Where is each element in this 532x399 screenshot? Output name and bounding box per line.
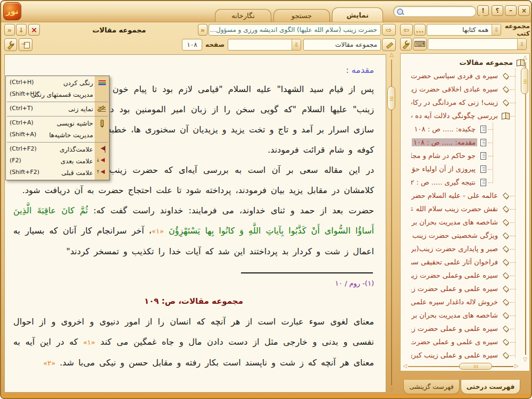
tree-scrollbar[interactable]: △ ▽ — [521, 55, 529, 362]
margin-note-icon — [95, 119, 109, 128]
tab-search[interactable]: جستجو — [273, 9, 330, 22]
tree-item[interactable]: سیره علمی و عملی زینب کبری — [411, 348, 526, 361]
tree-item[interactable]: پیروزی از آن اولیاء حق اس — [411, 162, 526, 176]
no-icon — [95, 130, 109, 140]
help-button[interactable]: ؟ — [492, 5, 503, 16]
annotation-button[interactable] — [382, 38, 396, 51]
back-button[interactable]: ⇦ — [400, 24, 413, 36]
menu-item[interactable]: علامت بعدی(F2) — [6, 155, 109, 167]
goto-page-button[interactable] — [19, 38, 32, 51]
tree-item[interactable]: نقش حضرت زینب سلام الله عل — [411, 202, 526, 215]
page-heading: مجموعه مقالات، ص: ۱۰۹ — [13, 290, 374, 312]
tree-item[interactable]: سیره ی فردی سیاسی حضرت ز — [411, 69, 526, 82]
book-icon — [501, 271, 510, 279]
menu-item[interactable]: مدیریت حاشیه‌ها(Shift+A) — [6, 129, 109, 141]
more-button[interactable]: ... — [414, 24, 426, 36]
sidebar-tools-button[interactable] — [400, 38, 412, 51]
page-number-input[interactable] — [182, 39, 202, 51]
tree-item[interactable]: صبر و پایداری حضرت زینب(بر — [411, 242, 526, 255]
tree-root-item[interactable]: مجموعه مقالات — [411, 56, 526, 69]
tree-item[interactable]: شاخصه های مدیریت بحران بر - — [411, 215, 526, 229]
tab-display[interactable]: نمایش — [332, 7, 383, 22]
tree-item-label: سیره علمی و عملی زینب کبری — [411, 351, 500, 359]
menu-item[interactable]: رنگی کردن(Ctrl+H) — [6, 77, 109, 89]
scroll-up-icon[interactable]: △ — [521, 55, 529, 60]
tools-button[interactable] — [4, 38, 17, 51]
menu-item[interactable]: مدیریت قسمتهای رنگی(Shift+H) — [6, 89, 109, 101]
scroll-down-icon[interactable]: ▽ — [387, 387, 396, 393]
scroll-down-icon[interactable]: ▽ — [521, 357, 529, 362]
tree-item-label: صبر و پایداری حضرت زینب(بر — [411, 245, 500, 253]
tab-gallery[interactable]: نگارخانه — [215, 9, 271, 22]
tree-horizontal-scrollbar[interactable]: ◁ ▷ — [402, 362, 520, 371]
tree-item[interactable]: نتیجه گیری ..... ص : ۱۱۲ — [411, 176, 526, 189]
tree-item[interactable]: سیره علمی و عملی حضرت زین — [411, 282, 526, 295]
scroll-right-icon[interactable]: ▷ — [513, 363, 520, 369]
minimize-button[interactable]: – — [505, 5, 517, 16]
tree-item[interactable]: فراخوان آثار علمی تحقیقی سی — [411, 255, 526, 269]
titlebar: نور نگارخانه جستجو نمایش ! ؟ – × — [1, 1, 531, 22]
menu-item[interactable]: علامت قبلی(Shift+F2) — [6, 167, 109, 179]
footnote: (۱)- روم / ۱۰ — [13, 277, 374, 290]
tree-item[interactable]: جو حاکم در شام و مجلس یز — [411, 149, 526, 162]
scroll-left-icon[interactable]: ◁ — [402, 363, 408, 369]
paragraph-text: حضرت بعد از حمد و ثنای خداوند، می فرماین… — [88, 205, 374, 215]
book-collection-combo[interactable]: ⇩ همه كتابها — [427, 24, 501, 36]
menu-item-shortcut: (Ctrl+H) — [10, 79, 34, 86]
footnote-separator — [241, 272, 373, 273]
scroll-up-icon[interactable]: △ — [387, 52, 396, 57]
book-icon — [501, 311, 510, 319]
tree-item[interactable]: بررسی چگونگی دلالت آیه ده ب — [411, 109, 526, 122]
tree-item[interactable]: شاخصه های مدیریت بحران بر - — [411, 309, 526, 322]
paragraph: معنای لغوی سوء عبارت است از هر آنچه که ا… — [13, 312, 374, 373]
tree-item[interactable]: ویژگی شخصیتی حضرت زینب — [411, 229, 526, 242]
menu-item[interactable]: علامت‌گذاری(Ctrl+F2) — [6, 144, 109, 155]
scrollbar-thumb[interactable] — [521, 68, 528, 94]
virtual-keyboard-button[interactable]: ⌨ — [413, 38, 427, 51]
dropdown-arrow-icon[interactable]: ⇩ — [492, 24, 501, 35]
tree-item[interactable]: سیره ی علمی و عملی حضرت ز — [411, 335, 526, 348]
alert-button[interactable]: ! — [477, 5, 489, 16]
book-collection-label: مجموعه كتب — [502, 24, 530, 36]
tree-item[interactable]: سیره عبادی اخلاقی حضرت زین — [411, 82, 526, 96]
tree-item[interactable]: مقدمه: ..... ص : ۱۰۸ — [411, 136, 526, 149]
tab-label: فهرست گزینشی — [409, 383, 454, 390]
menu-item[interactable]: نمایه زنی(Ctrl+T) — [6, 103, 109, 115]
app-logo[interactable]: نور — [3, 2, 21, 20]
expand-pane-button[interactable]: ⇨ — [382, 24, 396, 36]
tab-label: نمایش — [346, 11, 369, 19]
menu-item-shortcut: (Shift+A) — [10, 131, 36, 138]
book-filter-combo[interactable]: ⇩ — [428, 38, 527, 50]
menu-item[interactable]: حاشیه نویسی(Ctrl+A) — [6, 118, 109, 129]
scrollbar-thumb[interactable] — [387, 86, 395, 110]
dropdown-arrow-icon[interactable]: ⇩ — [517, 39, 526, 49]
article-title-field[interactable]: حضرت زینب (سلام الله علیها) الگوی اندیشه… — [209, 24, 381, 36]
prev-chevron-button[interactable]: « — [198, 24, 207, 36]
footnote-marker[interactable]: «۱» — [152, 227, 164, 235]
footnote-marker[interactable]: «۱» — [83, 338, 95, 346]
keyboard-icon: ⌨ — [414, 40, 426, 48]
global-search-input[interactable] — [393, 6, 476, 17]
menu-item-shortcut: (Ctrl+F2) — [10, 145, 37, 152]
tree-item-label: مقدمه: ..... ص : ۱۰۸ — [412, 138, 477, 146]
tree-item[interactable]: چکیده: ..... ص : ۱۰۸ — [411, 122, 526, 136]
footnote-marker[interactable]: «۲» — [43, 359, 55, 367]
close-document-button[interactable]: × — [28, 24, 40, 36]
tree-item[interactable]: عالمه علی - علیه السلام حضرت — [411, 189, 526, 202]
tree-item[interactable]: سیره علمی و عملی حضرت زینه — [411, 322, 526, 335]
book-combo[interactable]: مجموعه مقالات — [303, 39, 381, 51]
tree-item[interactable]: زینب! زنی که مردانگی در رکاب — [411, 96, 526, 109]
collapse-toolbar-button[interactable]: « — [4, 24, 15, 36]
search-in-book-combo[interactable]: ⇩ — [228, 39, 301, 51]
book-icon — [501, 85, 510, 93]
download-button[interactable]: ↓ — [16, 24, 27, 36]
document-scrollbar[interactable]: △ ▽ — [387, 52, 396, 393]
tree-item[interactable]: سیره علمی وعملی حضرت زین — [411, 269, 526, 282]
document-pane: « ↓ × مجموعه مقالات « حضرت زینب (سلام ال… — [2, 22, 398, 396]
dropdown-arrow-icon[interactable]: ⇩ — [292, 39, 301, 50]
tab-tree-index[interactable]: فهرست درختی — [461, 380, 520, 394]
tab-selective-index[interactable]: فهرست گزینشی — [403, 380, 460, 394]
tree-item[interactable]: خروش لاله داغدار سیره علمی و — [411, 295, 526, 309]
close-button[interactable]: × — [518, 5, 530, 16]
scrollbar-thumb[interactable] — [459, 363, 492, 370]
